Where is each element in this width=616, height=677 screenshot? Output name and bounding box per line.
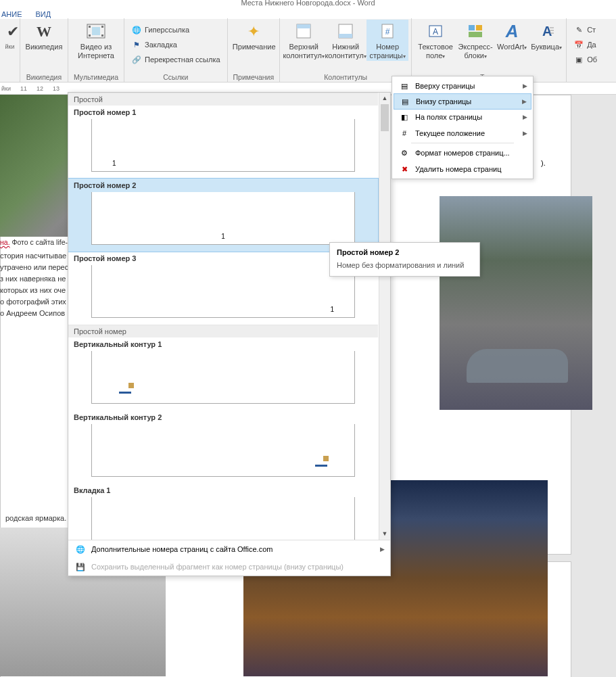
gallery-tooltip: Простой номер 2 Номер без форматирования…	[329, 242, 480, 277]
svg-rect-2	[89, 34, 91, 37]
group-header-footer: Колонтитулы	[321, 72, 370, 82]
group-links: Ссылки	[160, 72, 191, 82]
tooltip-body: Номер без форматирования и линий	[337, 260, 473, 271]
svg-rect-14	[469, 25, 475, 30]
header-icon	[293, 21, 314, 41]
chevron-right-icon: ▶	[380, 546, 385, 553]
page-margin-icon: ◧	[398, 113, 411, 122]
text-box-button[interactable]: AТекстовое поле▾	[414, 20, 456, 61]
wordart-button[interactable]: AWordArt▾	[494, 20, 529, 52]
text-box-icon: A	[425, 21, 446, 41]
gallery-item-plain-1[interactable]: Простой номер 1	[68, 106, 378, 179]
page-number-icon: #	[377, 21, 398, 41]
menu-remove-page-numbers[interactable]: ✖Удалить номера страниц	[394, 161, 531, 177]
group-comments: Примечания	[231, 72, 277, 82]
chevron-right-icon: ▶	[522, 98, 527, 105]
menu-current-position[interactable]: #Текущее положение▶	[394, 125, 531, 141]
date-time-button[interactable]: 📅Да	[569, 37, 601, 52]
preview-vertical-2	[91, 424, 355, 477]
ruler-mark-12: 12	[37, 85, 43, 92]
menu-bottom-of-page[interactable]: ▤Внизу страницы▶	[394, 93, 531, 110]
page-top-icon: ▤	[398, 82, 411, 91]
signature-line-button[interactable]: ✎Ст	[569, 22, 601, 37]
online-video-button[interactable]: Видео из Интернета	[75, 20, 117, 60]
scroll-up-icon[interactable]: ▲	[379, 93, 390, 104]
footer-button[interactable]: Нижний колонтитул▾	[325, 20, 366, 61]
menu-format-page-numbers[interactable]: ⚙Формат номеров страниц...	[394, 145, 531, 161]
scroll-thumb[interactable]	[381, 104, 389, 131]
gallery-item-vertical-1[interactable]: Вертикальный контур 1	[68, 337, 378, 411]
svg-text:#: #	[385, 27, 390, 37]
bookmark-button[interactable]: ⚑Закладка	[127, 37, 224, 52]
tab-fragment-1[interactable]: АНИЕ	[1, 10, 22, 18]
more-from-office-button[interactable]: 🌐Дополнительные номера страниц с сайта O…	[68, 540, 390, 558]
gallery-footer: 🌐Дополнительные номера страниц с сайта O…	[68, 540, 390, 576]
film-icon	[85, 21, 107, 41]
ribbon: ✔йки WВикипедия Википедия Видео из Интер…	[0, 19, 616, 83]
preview-plain-3	[91, 265, 355, 318]
wikipedia-button[interactable]: WВикипедия	[23, 20, 65, 51]
chevron-right-icon: ▶	[523, 130, 527, 137]
group-wikipedia: Википедия	[24, 72, 64, 82]
object-button[interactable]: ▣Об	[569, 52, 601, 67]
cross-reference-button[interactable]: 🔗Перекрестная ссылка	[127, 52, 224, 67]
ruler-frag: йки	[1, 85, 11, 92]
svg-rect-9	[339, 34, 352, 38]
gallery-scrollbar[interactable]: ▲ ▼	[379, 93, 390, 540]
save-selection-button: 💾Сохранить выделенный фрагмент как номер…	[68, 558, 390, 576]
svg-rect-15	[476, 25, 482, 30]
tooltip-title: Простой номер 2	[337, 248, 473, 256]
format-icon: ⚙	[398, 149, 411, 158]
wordart-icon: A	[501, 21, 523, 41]
drop-cap-button[interactable]: AБуквица▾	[529, 20, 563, 52]
object-icon: ▣	[573, 54, 584, 65]
page-number-menu: ▤Вверху страницы▶ ▤Внизу страницы▶ ◧На п…	[392, 76, 534, 179]
header-button[interactable]: Верхний колонтитул▾	[283, 20, 325, 61]
svg-rect-7	[297, 24, 310, 28]
menu-top-of-page[interactable]: ▤Вверху страницы▶	[394, 78, 531, 94]
globe-link-icon: 🌐	[131, 24, 142, 35]
comment-icon: ✦	[243, 21, 264, 41]
preview-plain-2	[91, 192, 355, 245]
group-proofing	[7, 72, 13, 82]
svg-rect-5	[92, 27, 100, 35]
svg-rect-3	[101, 26, 103, 28]
svg-rect-16	[469, 32, 482, 37]
bookmark-flag-icon: ⚑	[131, 39, 142, 50]
office-icon: 🌐	[74, 545, 87, 554]
svg-text:A: A	[433, 27, 438, 37]
gallery-header-simple: Простой	[68, 93, 378, 106]
comment-button[interactable]: ✦Примечание	[233, 20, 275, 51]
gallery-item-plain-2[interactable]: Простой номер 2	[68, 178, 379, 252]
gallery-item-tab-1[interactable]: Вкладка 1	[68, 484, 378, 540]
window-title: Места Нижнего Новгорода.docx - Word	[0, 0, 616, 9]
gallery-header-plain-number: Простой номер	[68, 325, 378, 337]
date-icon: 📅	[573, 39, 584, 50]
ruler-mark-13: 13	[53, 85, 60, 92]
preview-tab-1	[91, 497, 355, 540]
prov-arrow[interactable]: йки	[2, 43, 18, 51]
scroll-down-icon[interactable]: ▼	[379, 528, 390, 540]
cross-ref-icon: 🔗	[131, 54, 142, 65]
menu-separator	[411, 143, 514, 143]
drop-cap-icon: A	[536, 21, 557, 41]
ruler-mark-11: 11	[20, 85, 27, 92]
gallery-item-vertical-2[interactable]: Вертикальный контур 2	[68, 411, 378, 484]
menu-page-margins[interactable]: ◧На полях страницы▶	[394, 109, 531, 125]
svg-rect-4	[101, 34, 103, 37]
preview-vertical-1	[91, 351, 355, 404]
remove-icon: ✖	[398, 165, 411, 174]
chevron-right-icon: ▶	[523, 83, 527, 89]
page-number-button[interactable]: #Номер страницы▾	[366, 20, 408, 61]
caption-2: родская ярмарка.	[5, 514, 66, 522]
page-number-gallery: Простой Простой номер 1 Простой номер 2 …	[68, 92, 391, 576]
group-media: Мультимедиа	[71, 72, 121, 82]
tab-view[interactable]: ВИД	[36, 10, 51, 18]
image-car-street[interactable]	[440, 196, 592, 410]
svg-rect-1	[89, 26, 91, 28]
signature-icon: ✎	[573, 24, 584, 35]
wikipedia-icon: W	[33, 21, 55, 41]
hyperlink-button[interactable]: 🌐Гиперссылка	[127, 22, 224, 37]
quick-parts-button[interactable]: Экспресс- блоки▾	[456, 20, 494, 61]
save-icon: 💾	[74, 563, 87, 571]
